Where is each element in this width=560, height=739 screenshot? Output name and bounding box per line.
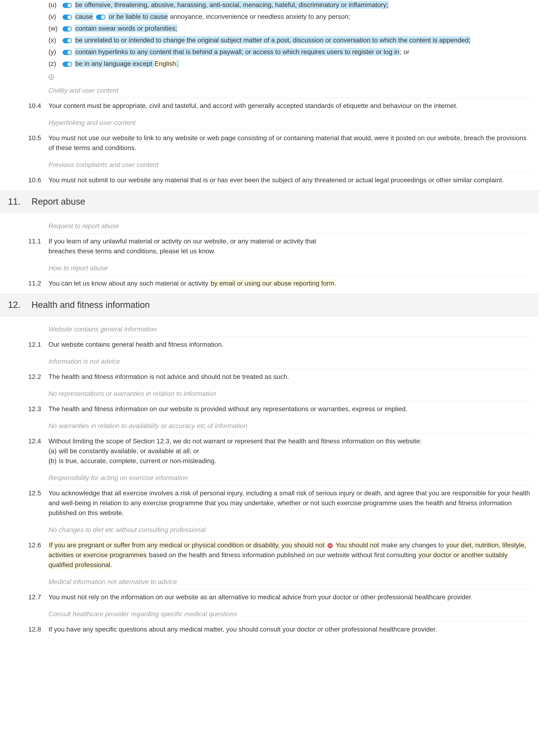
hint-request-report: Request to report abuse bbox=[48, 218, 532, 234]
toggle-icon[interactable] bbox=[62, 26, 72, 31]
clause-z: (z) be in any language except English. bbox=[48, 59, 532, 69]
clause-12-8: 12.8 If you have any specific questions … bbox=[48, 624, 532, 634]
section-12-heading: 12. Health and fitness information bbox=[0, 293, 539, 317]
hint-med-not-alt: Medical information not alternative to a… bbox=[48, 574, 532, 589]
hint-prev-complaints: Previous complaints and user content bbox=[48, 157, 532, 172]
toggle-icon[interactable] bbox=[62, 38, 72, 43]
clause-v: (v) cause or be liable to cause annoyanc… bbox=[48, 12, 532, 22]
toggle-icon[interactable] bbox=[62, 50, 72, 55]
clause-12-5: 12.5 You acknowledge that all exercise i… bbox=[48, 488, 532, 518]
hint-no-diet-changes: No changes to diet etc without consultin… bbox=[48, 522, 532, 538]
clause-11-2: 11.2 You can let us know about any such … bbox=[48, 279, 532, 288]
clause-12-7: 12.7 You must not rely on the informatio… bbox=[48, 592, 532, 602]
clause-10-3-sublist: (u) be offensive, threatening, abusive, … bbox=[48, 0, 532, 185]
toggle-icon[interactable] bbox=[62, 61, 72, 67]
hint-no-reps: No representations or warranties in rela… bbox=[48, 386, 532, 401]
clause-12-1: 12.1 Our website contains general health… bbox=[48, 340, 532, 349]
clause-x: (x) be unrelated to or intended to chang… bbox=[48, 35, 532, 45]
clause-10-6: 10.6 You must not submit to our website … bbox=[48, 175, 532, 185]
toggle-icon[interactable] bbox=[62, 15, 72, 20]
clause-y: (y) contain hyperlinks to any content th… bbox=[48, 47, 532, 57]
clause-12-3: 12.3 The health and fitness information … bbox=[48, 404, 532, 414]
toggle-icon[interactable] bbox=[96, 15, 105, 20]
hint-not-advice: Information is not advice bbox=[48, 354, 532, 369]
clause-11-1: 11.1 If you learn of any unlawful materi… bbox=[48, 237, 532, 256]
clause-12-6: 12.6 If you are pregnant or suffer from … bbox=[48, 540, 532, 570]
add-icon[interactable] bbox=[48, 73, 54, 79]
hint-how-report: How to report abuse bbox=[48, 260, 532, 276]
clause-12-4-b: (b)is true, accurate, complete, current … bbox=[48, 456, 532, 466]
clause-u: (u) be offensive, threatening, abusive, … bbox=[48, 0, 532, 10]
hint-no-warr-avail: No warranties in relation to availabilit… bbox=[48, 418, 532, 433]
section-11-heading: 11. Report abuse bbox=[0, 190, 539, 213]
toggle-icon[interactable] bbox=[62, 3, 72, 8]
hint-gen-info: Website contains general information bbox=[48, 321, 532, 337]
hint-civility: Civility and user content bbox=[48, 83, 532, 98]
hint-consult-hcp: Consult healthcare provider regarding sp… bbox=[48, 606, 532, 622]
hint-hyperlinking: Hyperlinking and user content bbox=[48, 115, 532, 130]
hint-resp-exercise: Responsibility for acting on exercise in… bbox=[48, 470, 532, 485]
clause-12-4: 12.4 Without limiting the scope of Secti… bbox=[48, 436, 532, 466]
clause-10-5: 10.5 You must not use our website to lin… bbox=[48, 133, 532, 153]
clause-12-2: 12.2 The health and fitness information … bbox=[48, 372, 532, 382]
clause-12-4-a: (a)will be constantly available, or avai… bbox=[48, 446, 532, 456]
or-badge[interactable]: or bbox=[327, 543, 333, 548]
clause-10-4: 10.4 Your content must be appropriate, c… bbox=[48, 101, 532, 111]
clause-w: (w) contain swear words or profanities; bbox=[48, 23, 532, 33]
